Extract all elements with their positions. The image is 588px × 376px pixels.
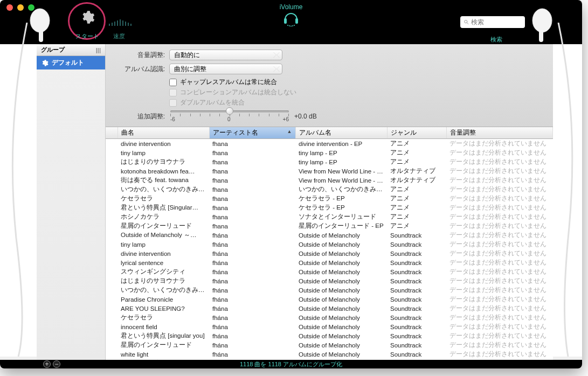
slider-knob[interactable] <box>226 107 233 115</box>
album-detect-select[interactable]: 曲別に調整 <box>169 64 282 74</box>
remove-group-button[interactable]: − <box>53 360 60 368</box>
cell-genre: Soundtrack <box>387 313 446 322</box>
svg-rect-0 <box>284 18 287 24</box>
sidebar-item-default[interactable]: デフォルト <box>37 56 105 69</box>
table-row[interactable]: Paradise ChroniclefhánaOutside of Melanc… <box>106 295 553 304</box>
cell-artist: fhána <box>209 304 295 313</box>
cell-genre: Soundtrack <box>387 295 446 304</box>
table-row[interactable]: divine interventionfhanadivine intervent… <box>106 139 553 149</box>
col-genre[interactable]: ジャンル <box>387 127 446 139</box>
double-album-label: ダブルアルバムを統合 <box>180 98 245 107</box>
extra-adjust-slider[interactable]: -6 0 +6 <box>170 110 289 122</box>
cell-album: Outside of Melancholy <box>295 249 387 258</box>
sidebar-header-label: グループ <box>41 46 65 54</box>
cell-genre: Soundtrack <box>387 267 446 276</box>
table-row[interactable]: スウィンギングシティfhánaOutside of MelancholySoun… <box>106 267 553 276</box>
cell-genre: Soundtrack <box>387 286 446 295</box>
cell-song: いつかの、いくつかのきみ… <box>117 286 209 295</box>
svg-rect-11 <box>39 29 43 42</box>
cell-song: divine intervention <box>117 139 209 149</box>
cell-album: いつかの、いくつかのきみと… <box>295 185 387 194</box>
settings-panel: 音量調整: 自動的に アルバム認識: 曲別に調整 ギャップレスアルバムは常に統合 <box>106 44 553 127</box>
table-row[interactable]: tiny lampfhánaOutside of MelancholySound… <box>106 240 553 249</box>
cell-artist: fhána <box>209 331 295 340</box>
table-row[interactable]: いつかの、いくつかのきみ…fhánaOutside of MelancholyS… <box>106 286 553 295</box>
table-row[interactable]: いつかの、いくつかのきみ…fhanaいつかの、いくつかのきみと…アニメデータはま… <box>106 185 553 194</box>
cell-volume-status: データはまだ分析されていません <box>446 176 553 185</box>
table-row[interactable]: ホシノカケラfhanaソナタとインターリュードアニメデータはまだ分析されていませ… <box>106 212 553 221</box>
table-row[interactable]: 街は奏でる feat. towanafhanaView from New Wor… <box>106 176 553 185</box>
cell-album: Outside of Melancholy <box>295 350 387 359</box>
table-row[interactable]: divine interventionfhánaOutside of Melan… <box>106 249 553 258</box>
track-table[interactable]: 曲名 アーティスト名▲ アルバム名 ジャンル 音量調整 divine inter… <box>106 127 553 360</box>
table-row[interactable]: はじまりのサヨウナラfhánaOutside of MelancholySoun… <box>106 276 553 286</box>
cell-song: innocent field <box>117 322 209 331</box>
cell-song: 街は奏でる feat. towana <box>117 176 209 185</box>
close-button[interactable] <box>6 4 13 11</box>
cell-volume-status: データはまだ分析されていません <box>446 240 553 249</box>
table-row[interactable]: lyrical sentencefhánaOutside of Melancho… <box>106 258 553 267</box>
cell-genre: アニメ <box>387 203 446 212</box>
col-song[interactable]: 曲名 <box>117 127 209 139</box>
table-row[interactable]: ケセラセラfhanaケセラセラ - EPアニメデータはまだ分析されていません <box>106 194 553 203</box>
cell-artist: fhána <box>209 240 295 249</box>
cell-volume-status: データはまだ分析されていません <box>446 286 553 295</box>
table-row[interactable]: innocent fieldfhánaOutside of Melancholy… <box>106 322 553 331</box>
cell-volume-status: データはまだ分析されていません <box>446 258 553 267</box>
cell-genre: Soundtrack <box>387 240 446 249</box>
col-artist[interactable]: アーティスト名▲ <box>209 127 295 139</box>
table-row[interactable]: tiny lampfhanatiny lamp - EPアニメデータはまだ分析さ… <box>106 148 553 157</box>
table-row[interactable]: ケセラセラfhánaOutside of MelancholySoundtrac… <box>106 313 553 322</box>
svg-point-6 <box>294 25 295 26</box>
sidebar-grip-icon[interactable]: ||| <box>96 47 101 53</box>
cell-artist: fhána <box>209 267 295 276</box>
cell-volume-status: データはまだ分析されていません <box>446 322 553 331</box>
sidebar-item-label: デフォルト <box>52 58 84 67</box>
table-row[interactable]: 星屑のインターリュードfhánaOutside of MelancholySou… <box>106 340 553 350</box>
cell-album: Outside of Melancholy <box>295 322 387 331</box>
table-row[interactable]: 君という特異点 [Singular…fhanaケセラセラ - EPアニメデータは… <box>106 203 553 212</box>
table-row[interactable]: Outside of Melancholy ～…fhánaOutside of … <box>106 231 553 240</box>
svg-rect-14 <box>539 29 543 42</box>
gapless-checkbox[interactable] <box>169 79 177 86</box>
table-row[interactable]: white lightfhánaOutside of MelancholySou… <box>106 350 553 359</box>
extra-adjust-label: 追加調整: <box>116 112 165 121</box>
table-row[interactable]: はじまりのサヨウナラfhanatiny lamp - EPアニメデータはまだ分析… <box>106 157 553 166</box>
search-box[interactable] <box>460 16 525 28</box>
minimize-button[interactable] <box>17 4 24 11</box>
search-icon <box>464 19 469 25</box>
table-row[interactable]: 君という特異点 [singular you]fhánaOutside of Me… <box>106 331 553 340</box>
table-row[interactable]: 星屑のインターリュードfhana星屑のインターリュード - EPアニメデータはま… <box>106 221 553 231</box>
cell-song: ケセラセラ <box>117 313 209 322</box>
add-group-button[interactable]: + <box>43 360 51 368</box>
cell-volume-status: データはまだ分析されていません <box>446 350 553 359</box>
table-header-row: 曲名 アーティスト名▲ アルバム名 ジャンル 音量調整 <box>106 127 553 139</box>
col-volume[interactable]: 音量調整 <box>446 127 553 139</box>
volume-adjust-label: 音量調整: <box>116 51 165 60</box>
cell-genre: アニメ <box>387 148 446 157</box>
search-input[interactable] <box>471 18 522 26</box>
start-button[interactable] <box>80 10 95 26</box>
cell-artist: fhána <box>209 249 295 258</box>
col-blank[interactable] <box>106 127 117 139</box>
cell-artist: fhána <box>209 313 295 322</box>
search-label: 検索 <box>490 36 502 44</box>
body-area: グループ ||| デフォルト 音量調整: 自動的に アルバム認識: <box>37 44 553 360</box>
cell-genre: オルタナティブ <box>387 176 446 185</box>
table-row[interactable]: kotonoha breakdown fea…fhanaView from Ne… <box>106 166 553 176</box>
speed-gauge-icon[interactable] <box>109 19 132 26</box>
cell-song: スウィンギングシティ <box>117 267 209 276</box>
cell-artist: fhana <box>209 139 295 149</box>
album-detect-label: アルバム認識: <box>116 65 165 74</box>
svg-point-4 <box>290 26 292 27</box>
volume-adjust-select[interactable]: 自動的に <box>169 50 282 60</box>
cell-album: Outside of Melancholy <box>295 286 387 295</box>
table-row[interactable]: ARE YOU SLEEPING?fhánaOutside of Melanch… <box>106 304 553 313</box>
svg-point-5 <box>292 25 293 26</box>
cell-artist: fhana <box>209 176 295 185</box>
cell-artist: fhána <box>209 286 295 295</box>
sort-asc-icon: ▲ <box>287 129 292 134</box>
col-album[interactable]: アルバム名 <box>295 127 387 139</box>
svg-point-2 <box>287 25 288 26</box>
cell-artist: fhana <box>209 212 295 221</box>
